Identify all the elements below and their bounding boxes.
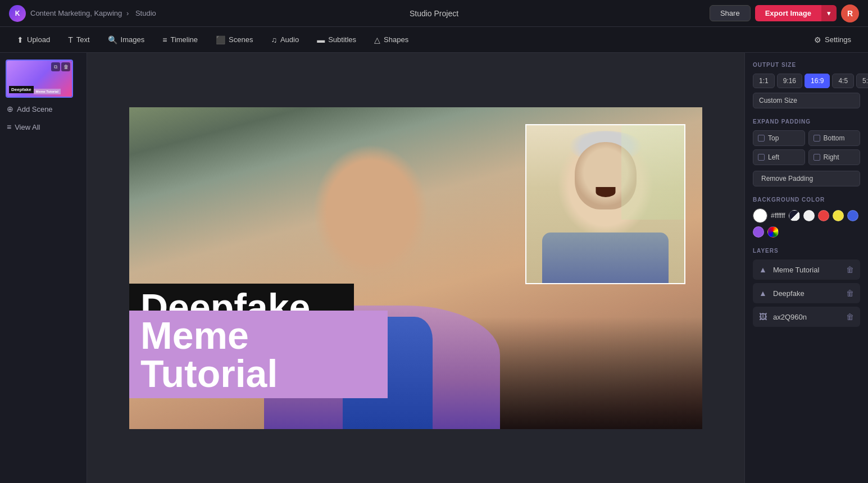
current-color-swatch[interactable] [753,208,767,223]
view-all-icon: ≡ [7,122,11,131]
audio-label: Audio [280,35,299,44]
timeline-label: Timeline [170,35,198,44]
layer-name-meme: Meme Tutorial [773,266,840,274]
images-label: Images [121,35,145,44]
share-button[interactable]: Share [710,5,751,21]
scene-thumbnail[interactable]: ⧉ 🗑 Deepfake Meme Tutorial [6,60,73,98]
color-value: #ffffff [771,212,785,220]
layer-image-icon: 🖼 [757,311,769,322]
top-bar-left: K Content Marketing, Kapwing › Studio [9,5,410,22]
color-row: #ffffff [753,208,860,238]
add-scene-button[interactable]: ⊕ Add Scene [6,102,81,116]
user-avatar[interactable]: R [841,4,859,22]
images-icon: 🔍 [108,35,117,44]
remove-padding-label: Remove Padding [761,175,813,183]
expand-top-button[interactable]: Top [753,130,805,146]
color-swatch-yellow[interactable] [833,210,844,221]
expand-right-button[interactable]: Right [808,149,861,165]
add-scene-label: Add Scene [17,105,53,113]
logo-avatar: K [9,5,26,22]
view-all-button[interactable]: ≡ View All [6,120,81,134]
color-swatch-white[interactable] [803,210,815,221]
top-bar: K Content Marketing, Kapwing › Studio St… [0,0,868,27]
text-button[interactable]: T Text [60,32,97,48]
images-button[interactable]: 🔍 Images [100,32,153,48]
breadcrumb-link[interactable]: Content Marketing, Kapwing [30,9,122,17]
size-buttons: 1:1 9:16 16:9 4:5 5:4 [753,74,860,88]
timeline-icon: ≡ [162,35,167,44]
expand-top-checkbox [758,135,765,142]
expand-top-label: Top [768,134,779,142]
size-1-1-button[interactable]: 1:1 [753,74,775,88]
shapes-label: Shapes [384,35,408,44]
subtitles-button[interactable]: ▬ Subtitles [309,32,364,48]
settings-icon: ⚙ [814,35,821,44]
layer-name-image: ax2Q960n [773,313,840,321]
shapes-icon: △ [374,35,380,44]
expand-right-checkbox [814,154,820,161]
breadcrumb-separator: › [126,9,129,17]
main-area: ⧉ 🗑 Deepfake Meme Tutorial ⊕ Add Scene ≡… [0,53,868,483]
add-scene-icon: ⊕ [7,104,13,113]
settings-label: Settings [825,35,851,44]
layer-text-icon-2: ▲ [757,288,769,299]
layers-title: LAYERS [753,248,860,254]
color-swatch-red[interactable] [818,210,829,221]
expand-left-checkbox [758,154,765,161]
timeline-button[interactable]: ≡ Timeline [154,32,206,48]
expand-left-button[interactable]: Left [753,149,805,165]
canvas-frame: Deepfake Meme Tutorial [129,107,702,429]
upload-button[interactable]: ⬆ Upload [9,32,58,48]
scenes-label: Scenes [229,35,253,44]
layer-meme-tutorial[interactable]: ▲ Meme Tutorial 🗑 [753,259,860,280]
expand-bottom-button[interactable]: Bottom [808,130,861,146]
project-name: Studio Project [410,9,458,18]
export-button[interactable]: Export Image [755,5,821,21]
text-icon: T [68,35,73,44]
export-button-group: Export Image ▾ [755,5,837,21]
layer-delete-image[interactable]: 🗑 [844,312,856,321]
audio-button[interactable]: ♫ Audio [263,32,307,48]
upload-label: Upload [27,35,50,44]
expand-right-label: Right [824,153,839,161]
export-dropdown-button[interactable]: ▾ [821,5,837,21]
breadcrumb-page: Studio [135,9,156,17]
size-16-9-button[interactable]: 16:9 [805,74,830,88]
layer-deepfake[interactable]: ▲ Deepfake 🗑 [753,283,860,303]
layer-delete-deepfake[interactable]: 🗑 [844,289,856,298]
expand-padding-grid: Top Bottom Left Right [753,130,860,165]
expand-padding-title: EXPAND PADDING [753,119,860,125]
layer-delete-meme[interactable]: 🗑 [844,265,856,274]
color-swatch-blue[interactable] [847,210,858,221]
scene-delete-icon[interactable]: 🗑 [61,62,70,71]
scene-thumb-icons: ⧉ 🗑 [51,62,70,71]
custom-size-button[interactable]: Custom Size [753,93,860,108]
expand-left-label: Left [768,153,779,161]
expand-bottom-checkbox [814,135,820,142]
size-4-5-button[interactable]: 4:5 [832,74,854,88]
size-5-4-button[interactable]: 5:4 [856,74,868,88]
expand-bottom-label: Bottom [824,134,845,142]
audio-icon: ♫ [271,35,277,44]
layer-image[interactable]: 🖼 ax2Q960n 🗑 [753,307,860,327]
settings-button[interactable]: ⚙ Settings [806,32,859,48]
canvas-area[interactable]: Deepfake Meme Tutorial [87,53,744,483]
color-swatch-purple[interactable] [753,226,764,238]
layer-text-icon-1: ▲ [757,264,769,275]
output-size-title: OUTPUT SIZE [753,62,860,68]
left-panel: ⧉ 🗑 Deepfake Meme Tutorial ⊕ Add Scene ≡… [0,53,87,483]
canvas-text-meme[interactable]: Meme Tutorial [129,311,388,398]
color-swatch-gradient[interactable] [767,226,779,238]
scene-duplicate-icon[interactable]: ⧉ [51,62,60,71]
top-bar-right: Share Export Image ▾ R [458,4,859,22]
subtitles-icon: ▬ [317,35,325,44]
color-swatch-dark[interactable] [789,210,800,221]
expand-padding-section: EXPAND PADDING Top Bottom Left Right [753,119,860,186]
size-9-16-button[interactable]: 9:16 [777,74,802,88]
overlay-video[interactable] [525,124,685,284]
shapes-button[interactable]: △ Shapes [366,32,416,48]
text-label: Text [76,35,90,44]
layers-section: LAYERS ▲ Meme Tutorial 🗑 ▲ Deepfake 🗑 🖼 … [753,248,860,327]
scenes-button[interactable]: ⬛ Scenes [208,32,261,48]
remove-padding-button[interactable]: Remove Padding [753,171,860,186]
